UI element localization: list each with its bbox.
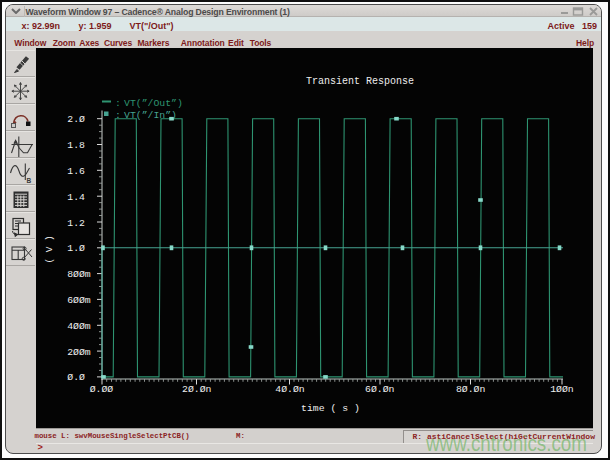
svg-text:time ( s ): time ( s ): [301, 402, 360, 413]
svg-text:6ØØm: 6ØØm: [67, 294, 91, 305]
svg-text:4ØØm: 4ØØm: [67, 320, 91, 331]
svg-text:Ø.ØØ: Ø.ØØ: [90, 383, 114, 394]
svg-text:1.2: 1.2: [67, 217, 85, 228]
svg-text:2ØØm: 2ØØm: [67, 346, 91, 357]
svg-text:( V ): ( V ): [44, 235, 55, 263]
svg-text:1.8: 1.8: [67, 140, 85, 151]
svg-text:1ØØn: 1ØØn: [550, 383, 574, 394]
svg-text:Transient Response: Transient Response: [306, 75, 414, 86]
svg-text:1.Ø: 1.Ø: [67, 243, 85, 254]
svg-text:4Ø.Øn: 4Ø.Øn: [275, 383, 305, 394]
svg-text:8Ø.Øn: 8Ø.Øn: [456, 383, 486, 394]
svg-text:2.Ø: 2.Ø: [67, 114, 85, 125]
svg-text:8ØØm: 8ØØm: [67, 269, 91, 280]
svg-text::: :: [115, 98, 121, 109]
svg-text::: :: [115, 110, 121, 121]
svg-text:2Ø.Øn: 2Ø.Øn: [182, 383, 212, 394]
svg-text:B: B: [27, 177, 32, 184]
svg-text:1.6: 1.6: [67, 165, 85, 176]
svg-text:VT(”/In”): VT(”/In”): [124, 110, 177, 121]
svg-text:VT(”/Out”): VT(”/Out”): [124, 98, 183, 109]
svg-text:1.4: 1.4: [67, 191, 85, 202]
svg-text:6Ø.Øn: 6Ø.Øn: [365, 383, 395, 394]
svg-text:Ø.Ø: Ø.Ø: [67, 372, 85, 383]
